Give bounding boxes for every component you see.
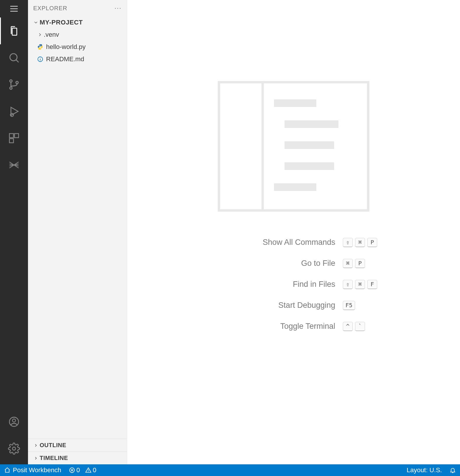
bell-icon <box>450 467 456 473</box>
activity-accounts[interactable] <box>0 408 28 435</box>
key: ^ <box>343 322 353 331</box>
svg-point-3 <box>10 54 17 61</box>
svg-point-5 <box>10 80 12 82</box>
section-outline[interactable]: OUTLINE <box>28 439 127 452</box>
svg-rect-10 <box>9 134 13 138</box>
file-tree: MY-PROJECT .venv hello-world.py README.m… <box>28 16 127 439</box>
editor-placeholder-graphic <box>218 81 369 212</box>
status-notifications[interactable] <box>450 467 456 473</box>
status-layout[interactable]: Layout: U.S. <box>407 466 442 474</box>
svg-rect-11 <box>15 134 19 138</box>
key: F5 <box>343 301 355 310</box>
shortcut-list: Show All Commands ⇧ ⌘ P Go to File ⌘ P F… <box>210 238 377 331</box>
menu-icon[interactable] <box>0 0 28 17</box>
warning-icon <box>85 467 92 473</box>
key: ⇧ <box>343 238 353 247</box>
folder-venv[interactable]: .venv <box>28 29 127 41</box>
section-timeline[interactable]: TIMELINE <box>28 452 127 464</box>
svg-marker-8 <box>11 107 18 115</box>
python-icon <box>36 44 44 50</box>
section-label: OUTLINE <box>40 442 66 449</box>
svg-point-7 <box>16 81 18 84</box>
key: ⌘ <box>355 238 365 247</box>
key: F <box>367 280 377 289</box>
svg-point-23 <box>88 471 89 472</box>
editor-empty: Show All Commands ⇧ ⌘ P Go to File ⌘ P F… <box>127 0 460 464</box>
project-name: MY-PROJECT <box>40 19 83 26</box>
error-icon <box>69 467 75 473</box>
shortcut-label: Start Debugging <box>210 301 335 310</box>
status-layout-label: Layout: U.S. <box>407 466 442 474</box>
chevron-down-icon <box>32 20 40 25</box>
activity-run-debug[interactable] <box>0 98 28 125</box>
status-bar: Posit Workbench 0 0 Layout: U.S. <box>0 464 460 476</box>
file-readme[interactable]: README.md <box>28 53 127 65</box>
key: ` <box>355 322 365 331</box>
file-label: README.md <box>46 55 84 63</box>
shortcut-start-debugging[interactable]: Start Debugging F5 <box>210 301 377 310</box>
key: ⇧ <box>343 280 353 289</box>
svg-line-4 <box>16 60 18 62</box>
chevron-right-icon <box>32 456 40 461</box>
svg-point-6 <box>10 87 12 89</box>
key: P <box>355 259 365 268</box>
section-label: TIMELINE <box>40 455 68 461</box>
project-root[interactable]: MY-PROJECT <box>28 16 127 29</box>
file-label: hello-world.py <box>46 43 86 51</box>
svg-rect-12 <box>9 139 13 143</box>
key: P <box>367 238 377 247</box>
shortcut-label: Show All Commands <box>210 238 335 247</box>
status-home-label: Posit Workbench <box>13 466 61 474</box>
shortcut-label: Find in Files <box>210 280 335 289</box>
chevron-right-icon <box>32 443 40 448</box>
shortcut-find-in-files[interactable]: Find in Files ⇧ ⌘ F <box>210 280 377 289</box>
svg-point-15 <box>13 447 16 450</box>
file-hello-world[interactable]: hello-world.py <box>28 41 127 53</box>
explorer-title: EXPLORER <box>33 5 115 12</box>
shortcut-go-to-file[interactable]: Go to File ⌘ P <box>210 259 377 268</box>
activity-posit[interactable] <box>0 152 28 178</box>
activity-bar <box>0 0 28 464</box>
shortcut-toggle-terminal[interactable]: Toggle Terminal ^ ` <box>210 322 377 331</box>
activity-source-control[interactable] <box>0 71 28 98</box>
folder-label: .venv <box>44 31 59 38</box>
status-warning-count: 0 <box>93 466 96 474</box>
key: ⌘ <box>343 259 353 268</box>
status-home[interactable]: Posit Workbench <box>4 466 61 474</box>
status-error-count: 0 <box>76 466 80 474</box>
info-icon <box>36 56 44 62</box>
activity-settings[interactable] <box>0 435 28 462</box>
shortcut-label: Toggle Terminal <box>210 322 335 331</box>
sidebar-explorer: EXPLORER ··· MY-PROJECT .venv hello-wo <box>28 0 127 464</box>
status-problems[interactable]: 0 0 <box>69 466 96 474</box>
svg-point-14 <box>13 419 16 422</box>
chevron-right-icon <box>36 32 44 37</box>
explorer-more-icon[interactable]: ··· <box>115 4 122 12</box>
svg-point-18 <box>40 58 41 58</box>
shortcut-label: Go to File <box>210 259 335 268</box>
activity-explorer[interactable] <box>0 17 28 44</box>
activity-search[interactable] <box>0 44 28 71</box>
shortcut-show-commands[interactable]: Show All Commands ⇧ ⌘ P <box>210 238 377 247</box>
activity-extensions[interactable] <box>0 125 28 152</box>
key: ⌘ <box>355 280 365 289</box>
